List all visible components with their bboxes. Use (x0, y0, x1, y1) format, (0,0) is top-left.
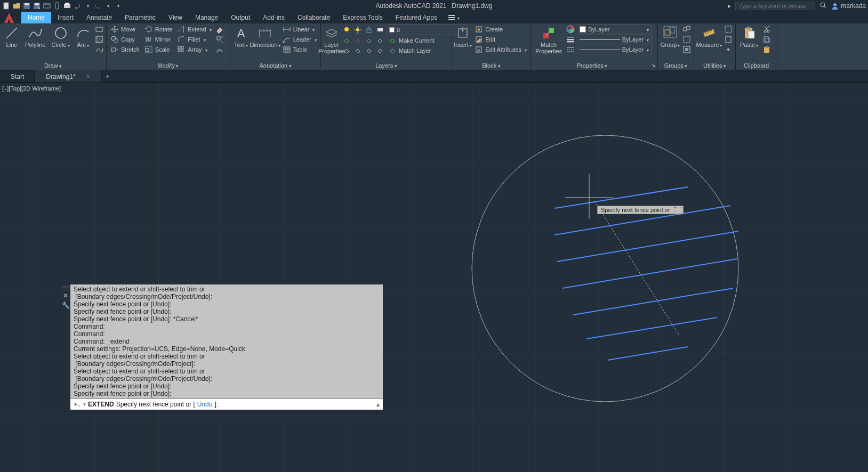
command-line[interactable]: ▾ EXTEND Specify next fence point or [Un… (70, 398, 383, 410)
spline-icon[interactable] (94, 45, 104, 54)
tab-parametric[interactable]: Parametric (118, 12, 162, 23)
panel-title-groups[interactable]: Groups (664, 62, 688, 69)
qnew-icon[interactable] (2, 2, 11, 10)
layer-tool6-icon[interactable] (353, 46, 363, 55)
panel-title-utilities[interactable]: Utilities (703, 62, 726, 69)
command-option-undo[interactable]: Undo (197, 401, 213, 408)
app-logo[interactable] (0, 12, 18, 25)
viewport-label[interactable]: [–][Top][2D Wireframe] (2, 85, 61, 92)
linetype-icon[interactable] (566, 45, 575, 54)
user-icon[interactable]: markada (831, 2, 866, 10)
leader-button[interactable]: Leader (281, 35, 318, 44)
tab-drawing1[interactable]: Drawing1*× (35, 70, 101, 83)
saveas-icon[interactable] (33, 2, 41, 10)
stretch-button[interactable]: Stretch (109, 45, 141, 54)
explode-icon[interactable] (215, 35, 224, 44)
layerprops-button[interactable]: Layer Properties (323, 25, 340, 55)
text-button[interactable]: AText (232, 25, 250, 50)
layer-tool8-icon[interactable] (375, 46, 385, 55)
fillet-button[interactable]: Fillet (175, 35, 213, 44)
layer-lock-icon[interactable] (364, 25, 374, 35)
close-icon[interactable]: × (86, 73, 90, 80)
layer-sun-icon[interactable] (353, 25, 363, 35)
tab-annotate[interactable]: Annotate (80, 12, 118, 23)
color-wheel-icon[interactable] (566, 25, 575, 34)
linear-button[interactable]: Linear (281, 25, 318, 34)
edit-attrs-button[interactable]: AEdit Attributes (473, 45, 528, 54)
tab-menu-dropdown[interactable] (456, 14, 460, 21)
cmdwin-grip[interactable] (62, 287, 69, 290)
panel-title-properties[interactable]: Properties (577, 62, 608, 69)
tab-add-ins[interactable]: Add-ins (256, 12, 291, 23)
tab-view[interactable]: View (162, 12, 189, 23)
tab-express-tools[interactable]: Express Tools (336, 12, 389, 23)
arc-button[interactable]: Arc (74, 25, 93, 50)
mobile-icon[interactable] (53, 2, 61, 10)
cmdline-expand-icon[interactable]: ▴ (376, 401, 380, 408)
dimension-button[interactable]: |---|Dimension (251, 25, 279, 50)
tab-featured-apps[interactable]: Featured Apps (389, 12, 444, 23)
undo-icon[interactable] (73, 2, 82, 10)
plot-icon[interactable] (63, 2, 71, 10)
move-button[interactable]: Move (109, 25, 141, 34)
infocenter-arrow[interactable]: ▸ (728, 2, 731, 10)
properties-launcher[interactable]: ↘ (651, 62, 655, 68)
insert-button[interactable]: Insert (454, 25, 471, 50)
layer-plot-icon[interactable] (375, 25, 385, 35)
panel-title-annotation[interactable]: Annotation (259, 62, 291, 69)
lineweight-icon[interactable] (566, 35, 575, 44)
copy-button[interactable]: Copy (109, 35, 141, 44)
tab-output[interactable]: Output (224, 12, 256, 23)
panel-title-draw[interactable]: Draw (44, 62, 62, 69)
offset-icon[interactable] (215, 45, 224, 54)
tab-home[interactable]: Home (21, 12, 51, 23)
trim-button[interactable]: Extend (175, 25, 213, 34)
cut-icon[interactable] (762, 25, 771, 34)
add-tab-button[interactable]: + (101, 70, 114, 83)
edit-block-button[interactable]: Edit (473, 35, 528, 44)
web-icon[interactable] (43, 2, 51, 10)
group-edit-icon[interactable] (682, 35, 692, 44)
tab-manage[interactable]: Manage (189, 12, 224, 23)
panel-title-layers[interactable]: Layers (375, 62, 397, 69)
polyline-button[interactable]: Polyline (23, 25, 48, 49)
layer-tool7-icon[interactable] (364, 46, 374, 55)
scale-button[interactable]: Scale (143, 45, 174, 54)
command-window[interactable]: ✕ 🔧 Select object to extend or shift-sel… (70, 284, 383, 410)
group-button[interactable]: Group (660, 25, 680, 50)
group-select-icon[interactable] (682, 45, 692, 54)
redo-icon[interactable] (93, 2, 102, 10)
table-button[interactable]: Table (281, 45, 318, 54)
ungroup-icon[interactable] (682, 25, 692, 34)
linetype-combo[interactable]: ByLayer (577, 45, 652, 54)
tab-start[interactable]: Start (0, 70, 35, 83)
array-button[interactable]: Array (175, 45, 213, 54)
cmdwin-close-icon[interactable]: ✕ (63, 292, 68, 299)
paste-button[interactable]: Paste (738, 25, 760, 50)
match-props-button[interactable]: Match Properties (533, 25, 564, 55)
tab-insert[interactable]: Insert (51, 12, 80, 23)
layer-tool3-icon[interactable] (364, 36, 374, 45)
color-combo[interactable]: ByLayer (577, 25, 652, 34)
calculator-icon[interactable] (724, 35, 733, 44)
hatch-icon[interactable] (94, 35, 104, 44)
search-icon[interactable] (819, 2, 827, 11)
erase-icon[interactable] (215, 25, 224, 34)
open-icon[interactable] (12, 2, 21, 10)
point-icon[interactable] (724, 45, 733, 54)
rotate-button[interactable]: Rotate (143, 25, 174, 34)
panel-title-block[interactable]: Block (482, 62, 500, 69)
line-button[interactable]: Line (2, 25, 21, 49)
circle-button[interactable]: Circle (50, 25, 72, 50)
measure-button[interactable]: Measure (696, 25, 722, 50)
rectangle-icon[interactable] (94, 25, 104, 34)
create-block-button[interactable]: ★Create (473, 25, 528, 34)
lineweight-combo[interactable]: ByLayer (577, 35, 652, 44)
cmdwin-wrench-icon[interactable]: 🔧 (62, 302, 70, 309)
undo-dropdown[interactable] (83, 2, 92, 10)
copy-clip-icon[interactable] (762, 35, 771, 44)
tab-menu-icon[interactable] (447, 13, 456, 22)
qat-customize[interactable] (114, 2, 122, 10)
save-icon[interactable] (22, 2, 31, 10)
mirror-button[interactable]: Mirror (143, 35, 174, 44)
